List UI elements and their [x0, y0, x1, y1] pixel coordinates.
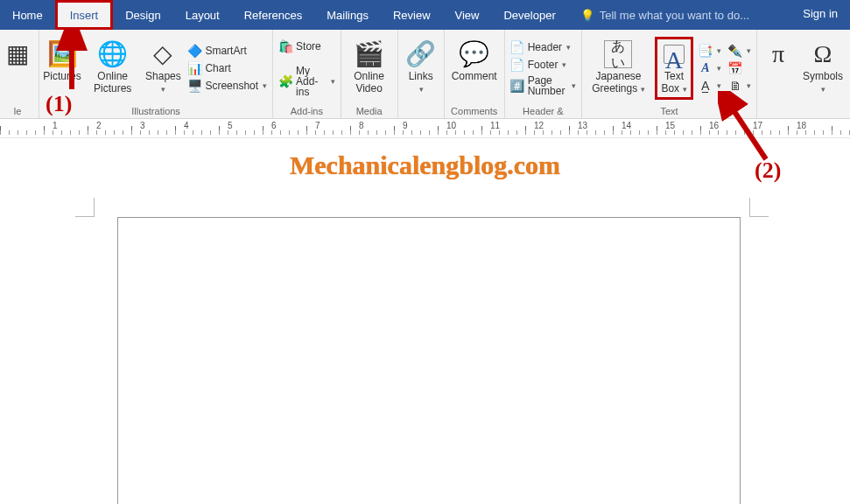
chevron-down-icon: ▾	[331, 78, 335, 86]
tab-strip: Home Insert Design Layout References Mai…	[0, 0, 850, 30]
smartart-button[interactable]: 🔷 SmartArt	[187, 44, 267, 58]
chart-button[interactable]: 📊 Chart	[187, 61, 267, 75]
equation-button[interactable]: π	[761, 38, 796, 99]
page-number-icon: #️⃣	[510, 79, 524, 93]
symbols-label: Symbols	[803, 70, 843, 82]
tab-mailings[interactable]: Mailings	[314, 0, 381, 30]
screenshot-label: Screenshot	[205, 80, 258, 91]
addins-icon: 🧩	[278, 74, 292, 88]
ruler-number: 18	[797, 121, 806, 130]
chevron-down-icon: ▾	[562, 61, 566, 69]
tell-me-label: Tell me what you want to do...	[600, 9, 749, 22]
shapes-icon: ◇	[149, 40, 177, 68]
page-margin-corner	[75, 198, 95, 217]
footer-button[interactable]: 📄 Footer ▾	[510, 58, 576, 72]
ruler-number: 13	[578, 121, 587, 130]
text-box-button[interactable]: A Text Box ▾	[655, 37, 693, 100]
wordart-icon: A	[699, 61, 713, 75]
symbols-icon: Ω	[809, 40, 837, 68]
chart-label: Chart	[205, 63, 230, 74]
ruler-number: 1	[53, 121, 58, 130]
tab-review[interactable]: Review	[381, 0, 443, 30]
shapes-button[interactable]: ◇ Shapes ▾	[144, 38, 182, 99]
tab-view[interactable]: View	[443, 0, 492, 30]
chevron-down-icon: ▾	[419, 85, 424, 94]
screenshot-button[interactable]: 🖥️ Screenshot ▾	[187, 79, 267, 93]
tab-developer[interactable]: Developer	[491, 0, 567, 30]
ruler-number: 6	[271, 121, 277, 130]
ruler-number: 3	[140, 121, 145, 130]
chevron-down-icon: ▾	[747, 82, 751, 90]
chevron-down-icon: ▾	[717, 65, 721, 73]
online-pictures-icon: 🌐	[99, 40, 127, 68]
ruler-number: 2	[96, 121, 102, 130]
japanese-greetings-button[interactable]: あい Japanese Greetings ▾	[586, 38, 651, 99]
text-box-shape[interactable]	[117, 217, 741, 504]
symbols-button[interactable]: Ω Symbols▾	[799, 38, 846, 99]
links-button[interactable]: 🔗 Links▾	[402, 38, 440, 99]
online-video-button[interactable]: 🎬 Online Video	[345, 38, 394, 99]
header-button[interactable]: 📄 Header ▾	[510, 40, 576, 54]
group-headerfooter-label: Header & Footer	[509, 104, 578, 118]
chevron-down-icon: ▾	[566, 44, 571, 52]
footer-label: Footer	[528, 60, 558, 70]
ruler-number: 7	[315, 121, 320, 130]
ruler-number: 10	[446, 121, 456, 130]
tab-design[interactable]: Design	[113, 0, 172, 30]
quick-parts-button[interactable]: 📑▾	[699, 44, 721, 58]
chart-icon: 📊	[187, 61, 201, 75]
pictures-button[interactable]: 🖼️ Pictures	[43, 38, 81, 99]
date-time-button[interactable]: 📅	[728, 61, 751, 75]
signature-line-button[interactable]: ✒️▾	[728, 44, 751, 58]
group-tables-label: le	[0, 104, 35, 118]
online-video-label: Online Video	[348, 70, 390, 96]
tab-layout[interactable]: Layout	[173, 0, 232, 30]
chevron-down-icon: ▾	[161, 85, 165, 94]
tab-references[interactable]: References	[232, 0, 314, 30]
drop-cap-icon: A̲	[699, 79, 713, 93]
table-icon: ▦	[4, 40, 32, 68]
header-icon: 📄	[510, 40, 524, 54]
comment-icon: 💬	[460, 40, 488, 68]
page-number-button[interactable]: #️⃣ Page Number ▾	[510, 75, 576, 96]
ruler-number: 12	[534, 121, 544, 130]
japanese-greetings-icon: あい	[604, 40, 632, 68]
group-links-label	[402, 104, 440, 118]
horizontal-ruler[interactable]: 123456789101112131415161718	[0, 119, 850, 138]
page-margin-corner	[749, 198, 769, 217]
group-addins-label: Add-ins	[277, 104, 336, 118]
links-label: Links	[409, 70, 433, 82]
document-area[interactable]: Mechanicalengblog.com	[0, 138, 850, 504]
equation-icon: π	[764, 40, 792, 68]
annotation-label-2: (2)	[755, 158, 781, 184]
chevron-down-icon: ▾	[263, 82, 267, 90]
chevron-down-icon: ▾	[717, 47, 721, 55]
chevron-down-icon: ▾	[821, 85, 825, 94]
ribbon: ▦ le 🖼️ Pictures 🌐 Online Pictures ◇ Sha…	[0, 30, 850, 119]
group-text-label: Text	[586, 104, 753, 118]
object-button[interactable]: 🗎▾	[728, 79, 751, 93]
signature-icon: ✒️	[728, 44, 742, 58]
japanese-greetings-label: Japanese Greetings	[592, 70, 641, 94]
date-time-icon: 📅	[728, 61, 742, 75]
screenshot-icon: 🖥️	[187, 79, 201, 93]
comment-button[interactable]: 💬 Comment	[448, 38, 501, 99]
ruler-number: 4	[184, 121, 189, 130]
tab-home[interactable]: Home	[0, 0, 55, 30]
watermark-text: Mechanicalengblog.com	[290, 150, 560, 180]
sign-in-button[interactable]: Sign in	[790, 0, 850, 30]
ruler-number: 16	[709, 121, 719, 130]
wordart-button[interactable]: A▾	[699, 61, 721, 75]
ruler-number: 14	[622, 121, 631, 130]
ruler-number: 11	[490, 121, 500, 130]
table-button[interactable]: ▦	[0, 38, 35, 99]
my-addins-button[interactable]: 🧩 My Add-ins ▾	[278, 66, 334, 97]
ruler-number: 8	[359, 121, 364, 130]
tell-me-search[interactable]: 💡 Tell me what you want to do...	[568, 0, 791, 30]
store-icon: 🛍️	[278, 39, 292, 53]
store-button[interactable]: 🛍️ Store	[278, 39, 334, 53]
online-pictures-button[interactable]: 🌐 Online Pictures	[85, 38, 140, 99]
drop-cap-button[interactable]: A̲▾	[699, 79, 721, 93]
tab-insert[interactable]: Insert	[55, 0, 114, 30]
header-label: Header	[528, 42, 562, 52]
